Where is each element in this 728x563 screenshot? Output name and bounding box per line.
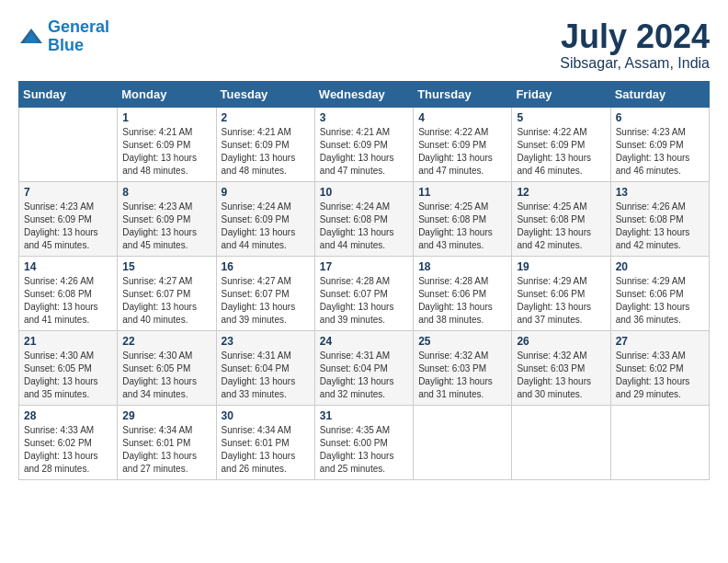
day-info: Sunrise: 4:29 AMSunset: 6:06 PMDaylight:… <box>616 275 704 327</box>
calendar-cell: 18Sunrise: 4:28 AMSunset: 6:06 PMDayligh… <box>414 256 512 330</box>
day-number: 27 <box>616 335 704 348</box>
day-info: Sunrise: 4:30 AMSunset: 6:05 PMDaylight:… <box>122 350 210 401</box>
weekday-header: Monday <box>118 81 216 107</box>
day-number: 6 <box>616 111 704 124</box>
calendar-cell: 1Sunrise: 4:21 AMSunset: 6:09 PMDaylight… <box>118 107 216 181</box>
day-info: Sunrise: 4:31 AMSunset: 6:04 PMDaylight:… <box>222 350 310 401</box>
day-number: 8 <box>122 186 210 199</box>
day-info: Sunrise: 4:26 AMSunset: 6:08 PMDaylight:… <box>24 275 112 327</box>
day-info: Sunrise: 4:28 AMSunset: 6:06 PMDaylight:… <box>418 275 506 327</box>
day-number: 2 <box>222 111 310 124</box>
day-number: 29 <box>122 409 210 422</box>
logo-icon <box>18 27 44 47</box>
calendar-cell: 25Sunrise: 4:32 AMSunset: 6:03 PMDayligh… <box>414 330 512 405</box>
calendar-cell: 16Sunrise: 4:27 AMSunset: 6:07 PMDayligh… <box>216 256 314 330</box>
day-number: 1 <box>122 111 210 124</box>
calendar-cell: 23Sunrise: 4:31 AMSunset: 6:04 PMDayligh… <box>216 330 314 405</box>
calendar-week-row: 21Sunrise: 4:30 AMSunset: 6:05 PMDayligh… <box>19 330 710 405</box>
calendar-cell: 17Sunrise: 4:28 AMSunset: 6:07 PMDayligh… <box>314 256 413 330</box>
header-row: SundayMondayTuesdayWednesdayThursdayFrid… <box>19 81 710 107</box>
location-title: Sibsagar, Assam, India <box>560 55 710 72</box>
calendar-cell: 14Sunrise: 4:26 AMSunset: 6:08 PMDayligh… <box>19 256 118 330</box>
logo-text: General Blue <box>48 18 109 55</box>
day-info: Sunrise: 4:23 AMSunset: 6:09 PMDaylight:… <box>616 126 704 178</box>
day-number: 15 <box>122 260 210 273</box>
logo: General Blue <box>18 18 109 55</box>
day-info: Sunrise: 4:22 AMSunset: 6:09 PMDaylight:… <box>418 126 506 178</box>
day-number: 24 <box>320 335 408 348</box>
calendar-cell: 4Sunrise: 4:22 AMSunset: 6:09 PMDaylight… <box>414 107 512 181</box>
day-number: 5 <box>517 111 605 124</box>
calendar-cell: 13Sunrise: 4:26 AMSunset: 6:08 PMDayligh… <box>610 181 709 256</box>
calendar-cell: 2Sunrise: 4:21 AMSunset: 6:09 PMDaylight… <box>216 107 314 181</box>
day-info: Sunrise: 4:32 AMSunset: 6:03 PMDaylight:… <box>418 350 506 401</box>
calendar-cell: 24Sunrise: 4:31 AMSunset: 6:04 PMDayligh… <box>314 330 413 405</box>
calendar-cell: 7Sunrise: 4:23 AMSunset: 6:09 PMDaylight… <box>19 181 118 256</box>
day-info: Sunrise: 4:30 AMSunset: 6:05 PMDaylight:… <box>24 350 112 401</box>
day-number: 16 <box>222 260 310 273</box>
calendar-week-row: 7Sunrise: 4:23 AMSunset: 6:09 PMDaylight… <box>19 181 710 256</box>
calendar-cell: 11Sunrise: 4:25 AMSunset: 6:08 PMDayligh… <box>414 181 512 256</box>
day-number: 25 <box>418 335 506 348</box>
weekday-header: Friday <box>512 81 610 107</box>
calendar-cell: 27Sunrise: 4:33 AMSunset: 6:02 PMDayligh… <box>610 330 709 405</box>
title-block: July 2024 Sibsagar, Assam, India <box>560 18 710 72</box>
day-number: 10 <box>320 186 408 199</box>
day-number: 17 <box>320 260 408 273</box>
day-info: Sunrise: 4:34 AMSunset: 6:01 PMDaylight:… <box>122 424 210 476</box>
day-info: Sunrise: 4:23 AMSunset: 6:09 PMDaylight:… <box>24 201 112 252</box>
day-info: Sunrise: 4:23 AMSunset: 6:09 PMDaylight:… <box>122 201 210 252</box>
day-info: Sunrise: 4:34 AMSunset: 6:01 PMDaylight:… <box>222 424 310 476</box>
calendar-cell: 10Sunrise: 4:24 AMSunset: 6:08 PMDayligh… <box>314 181 413 256</box>
calendar-cell: 3Sunrise: 4:21 AMSunset: 6:09 PMDaylight… <box>314 107 413 181</box>
weekday-header: Sunday <box>19 81 118 107</box>
day-info: Sunrise: 4:35 AMSunset: 6:00 PMDaylight:… <box>320 424 408 476</box>
calendar-cell <box>610 405 709 479</box>
day-info: Sunrise: 4:27 AMSunset: 6:07 PMDaylight:… <box>122 275 210 327</box>
calendar-cell: 20Sunrise: 4:29 AMSunset: 6:06 PMDayligh… <box>610 256 709 330</box>
calendar-week-row: 1Sunrise: 4:21 AMSunset: 6:09 PMDaylight… <box>19 107 710 181</box>
day-info: Sunrise: 4:21 AMSunset: 6:09 PMDaylight:… <box>122 126 210 178</box>
calendar-cell: 15Sunrise: 4:27 AMSunset: 6:07 PMDayligh… <box>118 256 216 330</box>
day-info: Sunrise: 4:29 AMSunset: 6:06 PMDaylight:… <box>517 275 605 327</box>
day-info: Sunrise: 4:24 AMSunset: 6:09 PMDaylight:… <box>222 201 310 252</box>
weekday-header: Saturday <box>610 81 709 107</box>
day-number: 22 <box>122 335 210 348</box>
day-number: 26 <box>517 335 605 348</box>
calendar-cell: 30Sunrise: 4:34 AMSunset: 6:01 PMDayligh… <box>216 405 314 479</box>
day-info: Sunrise: 4:25 AMSunset: 6:08 PMDaylight:… <box>418 201 506 252</box>
calendar-cell: 28Sunrise: 4:33 AMSunset: 6:02 PMDayligh… <box>19 405 118 479</box>
day-info: Sunrise: 4:33 AMSunset: 6:02 PMDaylight:… <box>24 424 112 476</box>
day-info: Sunrise: 4:27 AMSunset: 6:07 PMDaylight:… <box>222 275 310 327</box>
day-info: Sunrise: 4:25 AMSunset: 6:08 PMDaylight:… <box>517 201 605 252</box>
day-number: 7 <box>24 186 112 199</box>
calendar-table: SundayMondayTuesdayWednesdayThursdayFrid… <box>18 81 710 480</box>
day-number: 21 <box>24 335 112 348</box>
day-number: 31 <box>320 409 408 422</box>
calendar-cell <box>414 405 512 479</box>
weekday-header: Thursday <box>414 81 512 107</box>
calendar-week-row: 28Sunrise: 4:33 AMSunset: 6:02 PMDayligh… <box>19 405 710 479</box>
day-info: Sunrise: 4:31 AMSunset: 6:04 PMDaylight:… <box>320 350 408 401</box>
day-info: Sunrise: 4:21 AMSunset: 6:09 PMDaylight:… <box>222 126 310 178</box>
weekday-header: Tuesday <box>216 81 314 107</box>
logo-line2: Blue <box>48 36 84 54</box>
day-number: 4 <box>418 111 506 124</box>
calendar-cell: 31Sunrise: 4:35 AMSunset: 6:00 PMDayligh… <box>314 405 413 479</box>
calendar-cell: 21Sunrise: 4:30 AMSunset: 6:05 PMDayligh… <box>19 330 118 405</box>
calendar-cell <box>19 107 118 181</box>
day-number: 23 <box>222 335 310 348</box>
day-number: 14 <box>24 260 112 273</box>
day-number: 30 <box>222 409 310 422</box>
calendar-cell: 19Sunrise: 4:29 AMSunset: 6:06 PMDayligh… <box>512 256 610 330</box>
calendar-cell: 22Sunrise: 4:30 AMSunset: 6:05 PMDayligh… <box>118 330 216 405</box>
calendar-week-row: 14Sunrise: 4:26 AMSunset: 6:08 PMDayligh… <box>19 256 710 330</box>
calendar-cell <box>512 405 610 479</box>
calendar-cell: 5Sunrise: 4:22 AMSunset: 6:09 PMDaylight… <box>512 107 610 181</box>
day-number: 12 <box>517 186 605 199</box>
day-info: Sunrise: 4:26 AMSunset: 6:08 PMDaylight:… <box>616 201 704 252</box>
weekday-header: Wednesday <box>314 81 413 107</box>
day-number: 18 <box>418 260 506 273</box>
month-title: July 2024 <box>560 18 710 55</box>
day-number: 11 <box>418 186 506 199</box>
